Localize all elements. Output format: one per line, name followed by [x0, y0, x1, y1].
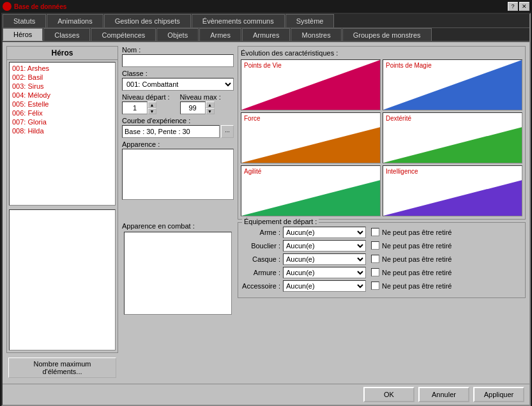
niveau-max-group: Niveau max : ▲ ▼ — [180, 93, 234, 114]
stats-group: Évolution des caractéristiques : Points … — [238, 46, 526, 220]
eq-checkbox-label-1: Ne peut pas être retiré — [382, 242, 452, 250]
hero-item-003[interactable]: 003: Sirus — [11, 82, 114, 91]
eq-select-2[interactable]: Aucun(e) — [283, 253, 366, 265]
stat-cell-agilité: Agilité — [241, 165, 381, 216]
right-top: Nom : Classe : 001: Combattant Niveau dé… — [122, 46, 526, 220]
hero-item-001[interactable]: 001: Arshes — [11, 64, 114, 73]
svg-marker-2 — [241, 127, 380, 163]
eq-checkbox-1[interactable] — [371, 241, 379, 250]
close-button[interactable]: ✕ — [519, 2, 529, 11]
courbe-label: Courbe d'expérience : — [122, 117, 234, 124]
eq-checkbox-0[interactable] — [371, 228, 379, 236]
eq-checkbox-label-4: Ne peut pas être retiré — [382, 282, 452, 290]
tab-groupes-monstres[interactable]: Groupes de monstres — [342, 28, 432, 41]
app-icon — [3, 2, 11, 11]
apparence-field-group: Apparence : — [122, 140, 234, 200]
eq-select-4[interactable]: Aucun(e) — [283, 280, 366, 292]
form-area: Nom : Classe : 001: Combattant Niveau dé… — [122, 46, 234, 220]
nom-label: Nom : — [122, 46, 234, 54]
eq-checkbox-label-0: Ne peut pas être retiré — [382, 229, 452, 236]
tab-objets[interactable]: Objets — [156, 28, 199, 41]
niveau-max-up[interactable]: ▲ — [206, 102, 215, 108]
tab-monstres[interactable]: Monstres — [291, 28, 341, 41]
niveau-max-down[interactable]: ▼ — [206, 108, 215, 114]
stat-chart-2 — [241, 113, 380, 163]
equipment-column: Équipement de départ : Arme :Aucun(e)Ne … — [238, 222, 526, 317]
eq-select-1[interactable]: Aucun(e) — [283, 240, 366, 252]
title-bar-left: Base de données — [3, 2, 66, 11]
equipment-row-2: Casque :Aucun(e)Ne peut pas être retiré — [242, 253, 521, 265]
classe-select[interactable]: 001: Combattant — [122, 78, 234, 91]
hero-item-008[interactable]: 008: Hilda — [11, 126, 114, 135]
app-title: Base de données — [14, 3, 66, 10]
eq-checkbox-4[interactable] — [371, 282, 379, 290]
niveau-depart-group: Niveau départ : ▲ ▼ — [122, 93, 176, 114]
tab-competences[interactable]: Compétences — [91, 28, 156, 41]
stat-cell-dextérité: Dextérité — [383, 112, 522, 163]
apparence-label: Apparence : — [122, 140, 234, 148]
tab-events[interactable]: Évènements communs — [192, 14, 285, 27]
nom-field-group: Nom : — [122, 46, 234, 67]
eq-label-2: Casque : — [242, 255, 280, 263]
stat-label-2: Force — [244, 115, 261, 122]
eq-checkbox-label-3: Ne peut pas être retiré — [382, 269, 452, 276]
apparence-box — [122, 149, 234, 200]
stat-label-4: Agilité — [244, 168, 261, 175]
help-button[interactable]: ? — [508, 2, 518, 11]
right-panel: Nom : Classe : 001: Combattant Niveau dé… — [122, 46, 526, 380]
combat-appearance-label: Apparence en combat : — [122, 222, 234, 230]
eq-checkbox-3[interactable] — [371, 268, 379, 276]
tab-system[interactable]: Système — [285, 14, 335, 27]
tab-heros[interactable]: Héros — [3, 28, 43, 41]
hero-item-004[interactable]: 004: Mélody — [11, 91, 114, 100]
eq-select-3[interactable]: Aucun(e) — [283, 267, 366, 278]
bottom-bar: OK Annuler Appliquer — [3, 384, 529, 405]
niveau-depart-down[interactable]: ▼ — [148, 108, 156, 114]
eq-checkbox-label-2: Ne peut pas être retiré — [382, 255, 452, 263]
tab-chipsets[interactable]: Gestion des chipsets — [104, 14, 191, 27]
tab-animations[interactable]: Animations — [47, 14, 103, 27]
heroes-group-title: Héros — [7, 47, 118, 60]
hero-item-007[interactable]: 007: Gloria — [11, 117, 114, 126]
hero-item-006[interactable]: 006: Félix — [11, 109, 114, 117]
tab-armes[interactable]: Armes — [199, 28, 241, 41]
niveau-depart-up[interactable]: ▲ — [148, 102, 156, 108]
equipment-group: Équipement de départ : Arme :Aucun(e)Ne … — [238, 222, 526, 298]
main-window: Statuts Animations Gestion des chipsets … — [1, 13, 531, 406]
eq-select-0[interactable]: Aucun(e) — [283, 227, 366, 238]
niveau-depart-input[interactable] — [122, 102, 148, 114]
content-area: Héros 001: Arshes002: Basil003: Sirus004… — [3, 42, 529, 384]
left-panel: Héros 001: Arshes002: Basil003: Sirus004… — [6, 46, 118, 380]
courbe-edit-button[interactable]: ··· — [221, 125, 234, 138]
stats-grid: Points de ViePoints de MagieForceDextéri… — [241, 59, 522, 216]
ok-button[interactable]: OK — [363, 387, 414, 402]
niveau-max-input[interactable] — [180, 102, 206, 114]
heroes-list[interactable]: 001: Arshes002: Basil003: Sirus004: Mélo… — [9, 62, 116, 206]
eq-label-3: Armure : — [242, 269, 280, 276]
nom-input[interactable] — [122, 54, 234, 67]
equipment-row-3: Armure :Aucun(e)Ne peut pas être retiré — [242, 267, 521, 278]
tab-classes[interactable]: Classes — [43, 28, 90, 41]
stat-cell-force: Force — [241, 112, 381, 163]
level-row: Niveau départ : ▲ ▼ Niveau max : — [122, 93, 234, 114]
classe-label: Classe : — [122, 70, 234, 77]
svg-marker-5 — [383, 180, 522, 216]
niveau-max-spinner-btns: ▲ ▼ — [206, 102, 215, 114]
equipment-row-1: Bouclier :Aucun(e)Ne peut pas être retir… — [242, 240, 521, 252]
svg-marker-4 — [241, 180, 380, 216]
stat-cell-points-de-vie: Points de Vie — [241, 59, 381, 110]
combat-appearance-box — [124, 232, 232, 315]
courbe-input[interactable] — [122, 125, 220, 138]
niveau-depart-label: Niveau départ : — [122, 93, 176, 101]
apply-button[interactable]: Appliquer — [473, 387, 524, 402]
svg-marker-3 — [383, 127, 522, 163]
hero-item-005[interactable]: 005: Estelle — [11, 100, 114, 109]
hero-item-002[interactable]: 002: Basil — [11, 73, 114, 82]
max-elements-button[interactable]: Nombre maximum d'éléments... — [8, 357, 116, 378]
tab-armures[interactable]: Armures — [242, 28, 291, 41]
classe-field-group: Classe : 001: Combattant — [122, 70, 234, 91]
eq-label-4: Accessoire : — [242, 282, 280, 290]
cancel-button[interactable]: Annuler — [418, 387, 469, 402]
tab-statuts[interactable]: Statuts — [3, 14, 46, 27]
eq-checkbox-2[interactable] — [371, 255, 379, 263]
